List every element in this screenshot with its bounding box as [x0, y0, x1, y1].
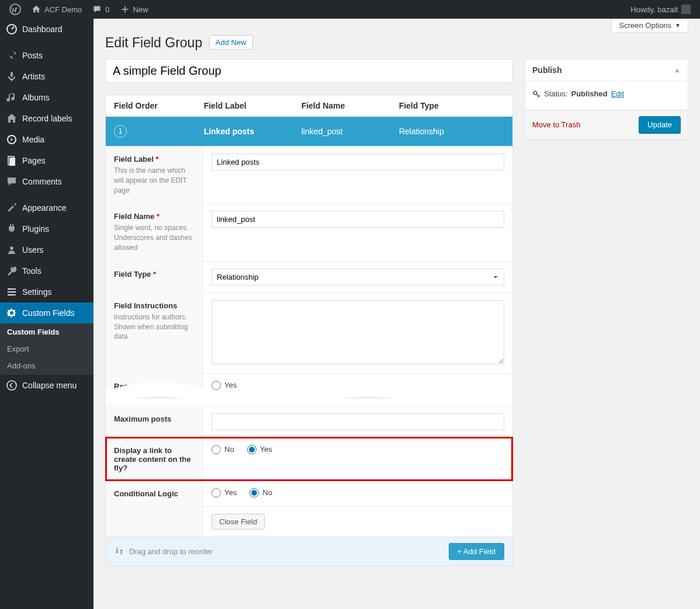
wp-logo-icon[interactable] — [5, 0, 26, 19]
howdy-link[interactable]: Howdy, bazalt — [626, 0, 695, 19]
field-name-input[interactable] — [212, 211, 504, 228]
collapse-menu[interactable]: Collapse menu — [0, 374, 93, 396]
gear-icon — [6, 307, 18, 319]
field-row-name: linked_post — [302, 127, 399, 136]
field-instructions-textarea[interactable] — [212, 300, 504, 364]
submenu-item-addons[interactable]: Add-ons — [0, 357, 93, 374]
add-field-button[interactable]: + Add Field — [449, 543, 504, 560]
brush-icon — [6, 202, 18, 214]
sidebar-item-posts[interactable]: Posts — [0, 45, 93, 66]
sidebar-label: Media — [22, 135, 44, 144]
sidebar-label: Pages — [22, 156, 46, 165]
home-icon — [32, 5, 41, 14]
sidebar-label: Settings — [22, 287, 52, 297]
th-name: Field Name — [302, 101, 399, 110]
collapse-label: Collapse menu — [22, 381, 77, 390]
sidebar-item-media[interactable]: Media — [0, 129, 93, 150]
update-button[interactable]: Update — [639, 116, 681, 133]
publish-box: Publish ▲ Status: Published Edit Move to… — [525, 59, 688, 140]
svg-rect-2 — [11, 72, 13, 77]
sliders-icon — [6, 286, 18, 298]
move-to-trash-link[interactable]: Move to Trash — [532, 120, 580, 129]
sidebar-label: Albums — [22, 93, 50, 102]
sidebar-label: Artists — [22, 72, 45, 81]
admin-bar: ACF Demo 0 New Howdy, bazalt — [0, 0, 700, 19]
svg-point-8 — [9, 291, 11, 293]
sidebar-item-artists[interactable]: Artists — [0, 66, 93, 87]
field-row-label: Linked posts — [204, 127, 302, 136]
sidebar-label: Plugins — [22, 224, 49, 234]
comments-count: 0 — [105, 5, 109, 14]
conditional-yes-radio[interactable]: Yes — [212, 488, 237, 497]
sidebar-label: Posts — [22, 51, 43, 60]
field-order: 1 — [114, 125, 204, 138]
sidebar-item-appearance[interactable]: Appearance — [0, 197, 93, 218]
sidebar-item-tools[interactable]: Tools — [0, 260, 93, 281]
close-field-button[interactable]: Close Field — [212, 514, 265, 530]
postbox-toggle[interactable]: ▲ — [674, 66, 681, 74]
main-content: Screen Options ▼ Edit Field Group Add Ne… — [93, 19, 700, 609]
caret-down-icon: ▼ — [675, 22, 681, 29]
field-table-header: Field Order Field Label Field Name Field… — [106, 95, 512, 117]
new-content-link[interactable]: New — [116, 0, 153, 19]
field-row[interactable]: 1 Linked posts linked_post Relationship — [106, 117, 512, 146]
setting-desc: Single word, no spaces. Underscores and … — [114, 223, 195, 252]
setting-label-field-type: Field Type * — [114, 270, 195, 279]
plug-icon — [6, 223, 18, 235]
site-name-link[interactable]: ACF Demo — [27, 0, 86, 19]
conditional-no-radio[interactable]: No — [249, 488, 272, 497]
max-posts-input[interactable] — [212, 413, 504, 430]
sidebar-item-custom-fields[interactable]: Custom Fields — [0, 302, 93, 323]
required-asterisk: * — [156, 155, 159, 163]
sidebar-label: Tools — [22, 266, 41, 276]
edit-status-link[interactable]: Edit — [611, 89, 624, 98]
sidebar-item-settings[interactable]: Settings — [0, 281, 93, 302]
submenu-item-custom-fields[interactable]: Custom Fields — [0, 323, 93, 340]
music-icon — [6, 92, 18, 103]
required-asterisk: * — [153, 270, 156, 279]
th-type: Field Type — [399, 101, 504, 110]
th-label: Field Label — [204, 101, 302, 110]
setting-label-field-name: Field Name * — [114, 212, 195, 221]
sidebar-item-users[interactable]: Users — [0, 239, 93, 260]
sidebar-label: Appearance — [22, 203, 67, 213]
sidebar-label: Comments — [22, 177, 62, 186]
sidebar-item-record-labels[interactable]: Record labels — [0, 108, 93, 129]
pages-icon — [6, 155, 18, 166]
submenu-item-export[interactable]: Export — [0, 340, 93, 357]
status-value: Published — [571, 89, 607, 98]
required-yes-radio[interactable]: Yes — [212, 381, 237, 390]
sidebar-item-comments[interactable]: Comments — [0, 171, 93, 192]
avatar — [681, 5, 691, 14]
field-group-box: Field Order Field Label Field Name Field… — [105, 95, 513, 566]
highlighted-setting: Display a link to create content on the … — [106, 437, 512, 481]
setting-label-display-link: Display a link to create content on the … — [114, 446, 195, 472]
status-label: Status: — [544, 89, 567, 98]
add-new-button[interactable]: Add New — [209, 35, 253, 50]
sidebar-item-pages[interactable]: Pages — [0, 150, 93, 171]
th-order: Field Order — [114, 101, 204, 110]
group-title-input[interactable] — [105, 59, 513, 83]
sidebar-item-dashboard[interactable]: Dashboard — [0, 19, 93, 40]
mic-icon — [6, 71, 18, 82]
svg-point-6 — [10, 246, 13, 250]
field-type-select[interactable]: Relationship — [212, 269, 504, 286]
svg-point-10 — [7, 381, 16, 390]
reorder-arrow-icon — [114, 546, 124, 556]
dashboard-icon — [6, 23, 18, 35]
comments-link[interactable]: 0 — [88, 0, 114, 19]
sidebar-label: Custom Fields — [22, 308, 74, 318]
user-icon — [6, 244, 18, 256]
display-link-yes-radio[interactable]: Yes — [247, 445, 272, 454]
sidebar-item-albums[interactable]: Albums — [0, 87, 93, 108]
setting-label-field-label: Field Label * — [114, 155, 195, 163]
publish-header: Publish — [532, 65, 562, 75]
display-link-no-radio[interactable]: No — [212, 445, 234, 454]
screen-options-toggle[interactable]: Screen Options ▼ — [611, 19, 688, 33]
sidebar-item-plugins[interactable]: Plugins — [0, 218, 93, 239]
field-label-input[interactable] — [212, 154, 504, 170]
howdy-text: Howdy, bazalt — [630, 5, 678, 14]
svg-rect-5 — [9, 158, 15, 166]
setting-label-max-posts: Maximum posts — [114, 415, 195, 423]
setting-desc: Instructions for authors. Shown when sub… — [114, 312, 195, 342]
